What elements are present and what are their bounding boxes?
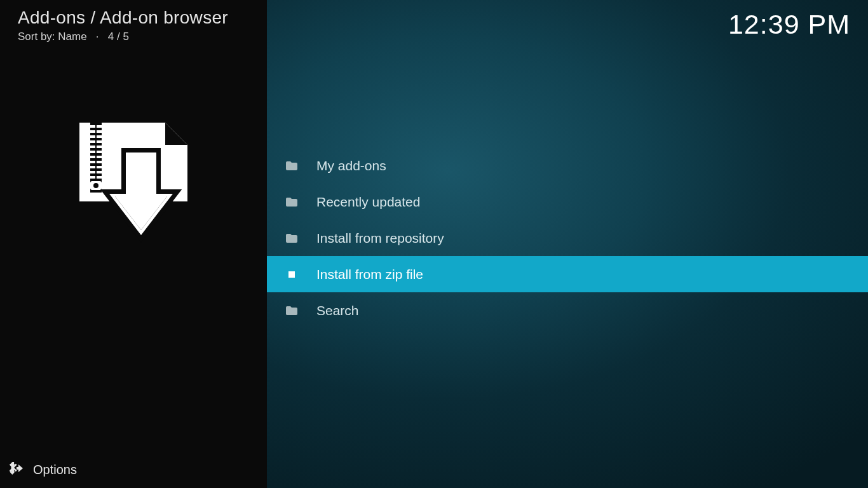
svg-rect-15 bbox=[90, 161, 95, 163]
svg-rect-20 bbox=[97, 171, 102, 173]
menu-item-install-from-zip-file[interactable]: Install from zip file bbox=[267, 256, 868, 292]
sidebar: Add-ons / Add-on browser Sort by: Name ·… bbox=[0, 0, 267, 488]
menu-item-my-add-ons[interactable]: My add-ons bbox=[267, 147, 868, 184]
svg-rect-1 bbox=[90, 125, 95, 128]
svg-rect-14 bbox=[97, 156, 102, 158]
svg-marker-27 bbox=[17, 464, 23, 472]
svg-rect-18 bbox=[97, 166, 102, 168]
sort-line: Sort by: Name · 4 / 5 bbox=[18, 30, 129, 43]
list-position: 4 / 5 bbox=[108, 30, 129, 43]
svg-rect-12 bbox=[97, 151, 102, 153]
options-icon bbox=[9, 462, 24, 478]
svg-rect-6 bbox=[97, 135, 102, 138]
menu-item-install-from-repository[interactable]: Install from repository bbox=[267, 220, 868, 256]
svg-rect-21 bbox=[90, 176, 95, 179]
menu-item-label: Install from repository bbox=[316, 231, 444, 246]
svg-rect-13 bbox=[90, 156, 95, 158]
menu-item-recently-updated[interactable]: Recently updated bbox=[267, 184, 868, 220]
main-panel: 12:39 PM My add-onsRecently updatedInsta… bbox=[267, 0, 868, 488]
folder-icon bbox=[286, 305, 297, 316]
separator: · bbox=[96, 30, 99, 43]
menu-item-search[interactable]: Search bbox=[267, 292, 868, 329]
clock: 12:39 PM bbox=[728, 9, 850, 40]
svg-rect-5 bbox=[90, 135, 95, 138]
menu-item-label: Recently updated bbox=[316, 194, 420, 210]
svg-rect-10 bbox=[97, 146, 102, 148]
breadcrumb: Add-ons / Add-on browser bbox=[18, 8, 228, 28]
svg-rect-4 bbox=[97, 130, 102, 133]
svg-rect-16 bbox=[97, 161, 102, 163]
menu-item-label: Search bbox=[316, 303, 359, 318]
menu-item-label: Install from zip file bbox=[316, 267, 423, 282]
svg-rect-7 bbox=[90, 140, 95, 143]
folder-icon bbox=[286, 233, 297, 244]
menu-item-label: My add-ons bbox=[316, 158, 386, 173]
svg-rect-3 bbox=[90, 130, 95, 133]
svg-point-24 bbox=[93, 183, 98, 188]
svg-rect-11 bbox=[90, 151, 95, 153]
zip-icon bbox=[286, 269, 297, 280]
svg-rect-2 bbox=[97, 125, 102, 128]
options-button[interactable]: Options bbox=[9, 462, 77, 478]
svg-rect-22 bbox=[97, 176, 102, 179]
svg-rect-17 bbox=[90, 166, 95, 168]
addon-menu: My add-onsRecently updatedInstall from r… bbox=[267, 147, 868, 329]
sort-label: Sort by: Name bbox=[18, 30, 87, 43]
svg-rect-28 bbox=[288, 271, 295, 278]
folder-icon bbox=[286, 160, 297, 172]
install-zip-icon bbox=[76, 118, 191, 245]
options-label: Options bbox=[33, 463, 77, 477]
svg-rect-8 bbox=[97, 140, 102, 143]
svg-rect-9 bbox=[90, 146, 95, 148]
folder-icon bbox=[286, 196, 297, 208]
svg-rect-19 bbox=[90, 171, 95, 173]
